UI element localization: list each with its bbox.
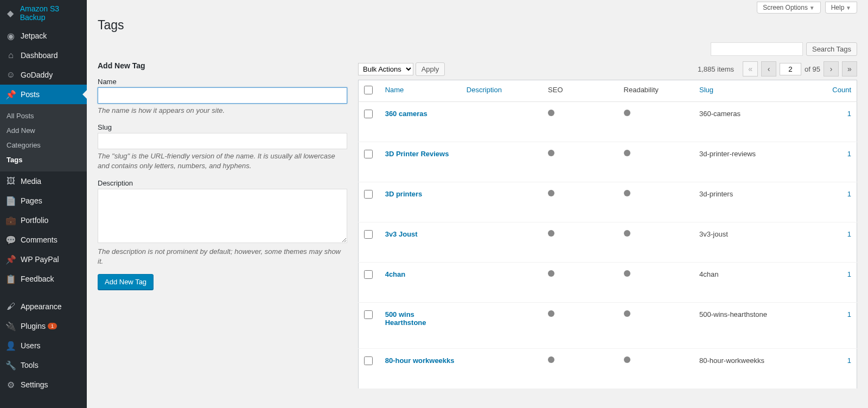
tag-name-link[interactable]: 4chan [385, 270, 406, 278]
page-title: Tags [98, 18, 857, 33]
current-page-input[interactable] [780, 63, 801, 75]
tag-description-cell [461, 222, 542, 263]
row-checkbox[interactable] [364, 270, 373, 279]
tag-name-input[interactable] [98, 87, 347, 104]
tag-name-link[interactable]: 500 wins Hearthstone [385, 310, 426, 327]
submenu-item-all-posts[interactable]: All Posts [0, 109, 87, 123]
sidebar-item-dashboard[interactable]: ⌂Dashboard [0, 46, 87, 65]
screen-options-button[interactable]: Screen Options [757, 2, 820, 14]
row-checkbox[interactable] [364, 230, 373, 239]
tag-count-link[interactable]: 1 [847, 150, 851, 158]
tag-description-cell [461, 102, 542, 142]
sidebar-item-label: Tools [21, 361, 39, 369]
portfolio-icon: 💼 [5, 215, 16, 226]
sidebar-item-label: Media [21, 177, 41, 186]
tag-count-link[interactable]: 1 [847, 230, 851, 238]
pages-icon: 📄 [5, 195, 16, 206]
tag-slug-cell: 4chan [694, 263, 822, 303]
tag-count-link[interactable]: 1 [847, 190, 851, 198]
items-count: 1,885 items [698, 65, 734, 73]
godaddy-icon: ☺ [5, 69, 16, 80]
tag-name-link[interactable]: 80-hour workweekks [385, 356, 455, 365]
tag-slug-input[interactable] [98, 133, 347, 149]
add-tag-form: Add New Tag Name The name is how it appe… [98, 61, 347, 389]
sidebar-item-label: WP PayPal [21, 255, 59, 264]
plugins-icon: 🔌 [5, 321, 16, 331]
sidebar-item-pages[interactable]: 📄Pages [0, 191, 87, 211]
sidebar-item-media[interactable]: 🖼Media [0, 171, 87, 191]
bulk-actions-select[interactable]: Bulk Actions [358, 63, 413, 75]
sidebar-item-feedback[interactable]: 📋Feedback [0, 269, 87, 289]
prev-page-button[interactable]: ‹ [761, 61, 776, 76]
col-name[interactable]: Name [380, 80, 461, 102]
sidebar-item-portfolio[interactable]: 💼Portfolio [0, 211, 87, 230]
sidebar-item-label: GoDaddy [21, 71, 53, 79]
tag-count-link[interactable]: 1 [847, 110, 851, 118]
help-button[interactable]: Help [825, 2, 857, 14]
first-page-button[interactable]: « [743, 61, 758, 76]
tag-name-link[interactable]: 3D printers [385, 190, 423, 198]
sidebar-item-label: Portfolio [21, 216, 48, 225]
tag-description-cell [461, 182, 542, 222]
sidebar-item-settings[interactable]: ⚙Settings [0, 375, 87, 394]
settings-icon: ⚙ [5, 379, 16, 390]
seo-indicator-icon [548, 150, 554, 156]
col-description[interactable]: Description [461, 80, 542, 102]
last-page-button[interactable]: » [842, 61, 857, 76]
tag-name-link[interactable]: 3D Printer Reviews [385, 150, 449, 158]
row-checkbox[interactable] [364, 310, 373, 319]
submenu-item-tags[interactable]: Tags [0, 152, 87, 167]
submenu-item-add-new[interactable]: Add New [0, 123, 87, 138]
seo-indicator-icon [548, 110, 554, 116]
sidebar-item-label: Settings [21, 380, 48, 389]
sidebar-item-comments[interactable]: 💬Comments [0, 230, 87, 250]
apply-button[interactable]: Apply [416, 62, 445, 76]
tag-description-cell [461, 349, 542, 389]
tag-count-link[interactable]: 1 [847, 310, 851, 318]
submenu-item-categories[interactable]: Categories [0, 138, 87, 152]
sidebar-item-wp-paypal[interactable]: 📌WP PayPal [0, 250, 87, 269]
description-description: The description is not prominent by defa… [98, 247, 347, 266]
table-row: 3D printers 3d-printers 1 [359, 182, 857, 222]
sidebar-item-amazon-s3-backup[interactable]: ◆Amazon S3 Backup [0, 0, 87, 26]
add-new-tag-button[interactable]: Add New Tag [98, 274, 154, 290]
row-checkbox[interactable] [364, 110, 373, 118]
tag-description-input[interactable] [98, 189, 347, 243]
tag-name-link[interactable]: 360 cameras [385, 110, 427, 118]
tag-name-link[interactable]: 3v3 Joust [385, 230, 418, 238]
sidebar-item-appearance[interactable]: 🖌Appearance [0, 297, 87, 316]
tag-count-link[interactable]: 1 [847, 356, 851, 365]
row-checkbox[interactable] [364, 190, 373, 199]
sidebar-item-jetpack[interactable]: ◉Jetpack [0, 26, 87, 46]
users-icon: 👤 [5, 340, 16, 351]
update-badge: 1 [48, 323, 57, 329]
wp-paypal-icon: 📌 [5, 254, 16, 265]
sidebar-item-label: Comments [21, 235, 58, 244]
tag-slug-cell: 3d-printers [694, 182, 822, 222]
dashboard-icon: ⌂ [5, 50, 16, 61]
col-slug[interactable]: Slug [694, 80, 822, 102]
select-all-checkbox[interactable] [364, 86, 373, 94]
sidebar-item-posts[interactable]: 📌Posts [0, 85, 87, 104]
tag-slug-cell: 80-hour-workweekks [694, 349, 822, 389]
sidebar-item-label: Users [21, 341, 41, 350]
next-page-button[interactable]: › [824, 61, 839, 76]
table-row: 500 wins Hearthstone 500-wins-hearthston… [359, 303, 857, 349]
comments-icon: 💬 [5, 234, 16, 245]
sidebar-item-godaddy[interactable]: ☺GoDaddy [0, 65, 87, 85]
col-count[interactable]: Count [822, 80, 857, 102]
search-tags-button[interactable]: Search Tags [806, 42, 857, 56]
row-checkbox[interactable] [364, 356, 373, 365]
row-checkbox[interactable] [364, 150, 373, 158]
tag-count-link[interactable]: 1 [847, 270, 851, 278]
seo-indicator-icon [548, 270, 554, 277]
sidebar-item-users[interactable]: 👤Users [0, 336, 87, 355]
readability-indicator-icon [624, 356, 630, 363]
sidebar-item-plugins[interactable]: 🔌Plugins1 [0, 316, 87, 336]
table-row: 3D Printer Reviews 3d-printer-reviews 1 [359, 142, 857, 182]
sidebar-item-tools[interactable]: 🔧Tools [0, 355, 87, 375]
sidebar-item-label: Amazon S3 Backup [20, 4, 82, 22]
search-input[interactable] [711, 42, 803, 56]
readability-indicator-icon [624, 310, 630, 317]
seo-indicator-icon [548, 190, 554, 196]
